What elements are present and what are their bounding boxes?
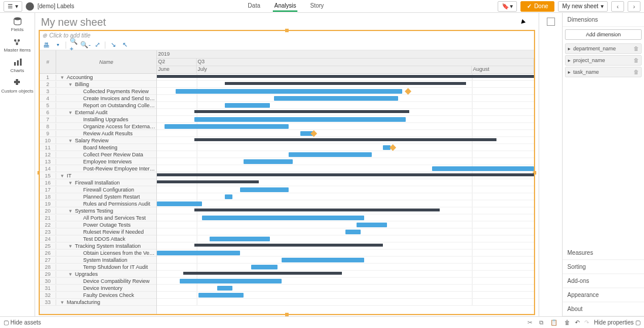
hide-properties-toggle[interactable]: Hide properties ▢ bbox=[594, 319, 640, 326]
dimension-item[interactable]: ▸project_name🗑 bbox=[565, 55, 642, 66]
table-row[interactable]: 28Temp Shutdown for IT Audit bbox=[40, 264, 156, 271]
paste-icon[interactable]: 📋 bbox=[550, 319, 557, 326]
svg-rect-6 bbox=[20, 59, 22, 66]
properties-panel: Dimensions Add dimension ▸department_nam… bbox=[562, 13, 644, 316]
nav-custom-objects[interactable]: Custom objects bbox=[1, 78, 33, 94]
cut-icon[interactable]: ✂ bbox=[527, 319, 532, 326]
table-row[interactable]: 5Report on Outstanding Collections bbox=[40, 102, 156, 109]
delete-dim-icon[interactable]: 🗑 bbox=[633, 57, 639, 63]
table-row[interactable]: 13Employee Interviews bbox=[40, 158, 156, 165]
table-row[interactable]: 9Review Audit Results bbox=[40, 130, 156, 137]
done-button[interactable]: ✓Done bbox=[520, 1, 554, 12]
bookmark-button[interactable]: 🔖 ▾ bbox=[498, 1, 518, 12]
grid-icon bbox=[547, 18, 555, 26]
panel-section[interactable]: About bbox=[563, 302, 644, 316]
add-dimension-button[interactable]: Add dimension bbox=[565, 29, 642, 40]
table-row[interactable]: 18Planned System Restart bbox=[40, 193, 156, 200]
table-row[interactable]: 33▾Manufacturing bbox=[40, 299, 156, 306]
app-title: [demo] Labels bbox=[37, 3, 74, 9]
table-row[interactable]: 12Collect Peer Review Data bbox=[40, 151, 156, 158]
table-row[interactable]: 22Power Outage Tests bbox=[40, 221, 156, 228]
table-row[interactable]: 21All Ports and Services Test bbox=[40, 214, 156, 221]
table-row[interactable]: 7Installing Upgrades bbox=[40, 116, 156, 123]
table-row[interactable]: 16▾Firewall Installation bbox=[40, 179, 156, 186]
nav-master-items[interactable]: Master items bbox=[4, 37, 31, 53]
table-row[interactable]: 3Collected Payments Review bbox=[40, 88, 156, 95]
app-logo-icon bbox=[26, 2, 34, 11]
col-number: # bbox=[40, 50, 56, 73]
panel-section[interactable]: Sorting bbox=[563, 260, 644, 274]
table-row[interactable]: 14Post-Review Employee Interviews bbox=[40, 165, 156, 172]
table-row[interactable]: 8Organize Access for External Auditors bbox=[40, 123, 156, 130]
fit-icon[interactable]: ⤢ bbox=[93, 41, 101, 49]
table-row[interactable]: 2▾Billing bbox=[40, 81, 156, 88]
table-row[interactable]: 29▾Upgrades bbox=[40, 271, 156, 278]
delete-dim-icon[interactable]: 🗑 bbox=[633, 69, 639, 75]
menu-button[interactable]: ☰ ▾ bbox=[4, 1, 22, 12]
asset-panel: Fields Master items Charts Custom object… bbox=[0, 13, 35, 316]
redo-icon[interactable]: ↷ bbox=[584, 319, 589, 326]
dimensions-header[interactable]: Dimensions bbox=[563, 13, 644, 27]
undo-icon[interactable]: ↶ bbox=[575, 319, 580, 326]
svg-rect-4 bbox=[14, 62, 16, 66]
table-row[interactable]: 24Test DDOS Attack bbox=[40, 235, 156, 242]
copy-icon[interactable]: ⧉ bbox=[539, 319, 543, 326]
print-icon[interactable]: 🖶 bbox=[42, 41, 50, 49]
next-sheet-button[interactable]: › bbox=[628, 1, 640, 12]
delete-dim-icon[interactable]: 🗑 bbox=[633, 46, 639, 52]
expand-all-icon[interactable]: ↘ bbox=[109, 41, 117, 49]
props-toggle[interactable] bbox=[539, 13, 562, 316]
tab-data[interactable]: Data bbox=[246, 1, 261, 12]
sheet-selector[interactable]: My new sheet ▾ bbox=[558, 1, 608, 12]
gantt-object[interactable]: ⊕Click to add title 🖶▾ 🔍+ 🔍- ⤢ ↘ ↖ # Nam… bbox=[39, 30, 535, 315]
table-row[interactable]: 1▾Accounting bbox=[40, 74, 156, 81]
panel-section[interactable]: Add-ons bbox=[563, 274, 644, 288]
table-row[interactable]: 6▾External Audit bbox=[40, 109, 156, 116]
gantt-toolbar: 🖶▾ 🔍+ 🔍- ⤢ ↘ ↖ bbox=[40, 40, 534, 50]
table-row[interactable]: 4Create Invoices and Send to Clients bbox=[40, 95, 156, 102]
table-row[interactable]: 30Device Compatibility Review bbox=[40, 278, 156, 285]
table-row[interactable]: 20▾Systems Testing bbox=[40, 207, 156, 214]
prev-sheet-button[interactable]: ‹ bbox=[611, 1, 624, 12]
table-row[interactable]: 27System Installation bbox=[40, 257, 156, 264]
svg-point-0 bbox=[14, 18, 21, 20]
table-row[interactable]: 10▾Salary Review bbox=[40, 137, 156, 144]
table-row[interactable]: 19Rules and Permissions Audit bbox=[40, 200, 156, 207]
delete-icon[interactable]: 🗑 bbox=[564, 319, 570, 326]
panel-section[interactable]: Appearance bbox=[563, 288, 644, 302]
table-row[interactable]: 11Board Meeting bbox=[40, 144, 156, 151]
table-row[interactable]: 23Ruleset Review if Needed bbox=[40, 228, 156, 235]
table-row[interactable]: 17Firewall Configuration bbox=[40, 186, 156, 193]
timeline-year: 2019 bbox=[158, 51, 170, 57]
tab-story[interactable]: Story bbox=[309, 1, 325, 12]
zoom-in-icon[interactable]: 🔍+ bbox=[70, 41, 78, 49]
nav-fields[interactable]: Fields bbox=[11, 16, 23, 32]
panel-section[interactable]: Measures bbox=[563, 246, 644, 260]
col-name: Name bbox=[56, 50, 156, 73]
zoom-out-icon[interactable]: 🔍- bbox=[81, 41, 90, 49]
sheet-title[interactable]: My new sheet bbox=[35, 13, 539, 30]
table-row[interactable]: 15▾IT bbox=[40, 172, 156, 179]
svg-rect-5 bbox=[17, 60, 19, 66]
table-row[interactable]: 26Obtain Licenses from the Vendor bbox=[40, 250, 156, 257]
table-row[interactable]: 32Faulty Devices Check bbox=[40, 292, 156, 299]
tab-analysis[interactable]: Analysis bbox=[273, 1, 297, 12]
hide-assets-toggle[interactable]: ▢ Hide assets bbox=[4, 319, 41, 326]
table-row[interactable]: 31Device Inventory bbox=[40, 285, 156, 292]
dimension-item[interactable]: ▸task_name🗑 bbox=[565, 67, 642, 77]
expand-icon[interactable]: ⊕ bbox=[42, 32, 47, 39]
nav-charts[interactable]: Charts bbox=[11, 57, 25, 73]
dimension-item[interactable]: ▸department_name🗑 bbox=[565, 43, 642, 54]
table-row[interactable]: 25▾Tracking System Installation bbox=[40, 242, 156, 250]
collapse-all-icon[interactable]: ↖ bbox=[121, 41, 129, 49]
